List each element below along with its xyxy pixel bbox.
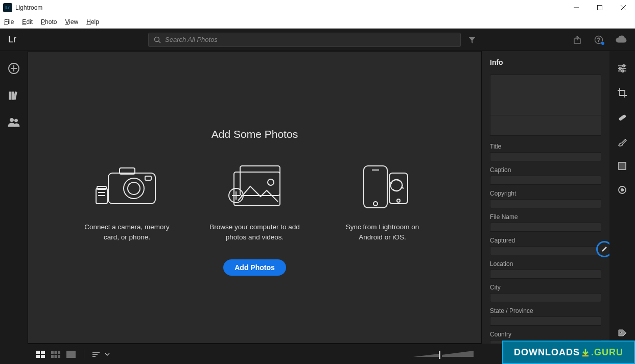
svg-point-4 <box>155 37 159 41</box>
svg-rect-43 <box>619 114 626 120</box>
linear-gradient-icon[interactable] <box>618 161 627 171</box>
add-photos-button[interactable]: Add Photos <box>223 259 286 276</box>
svg-rect-45 <box>619 162 626 169</box>
field-label-caption: Caption <box>490 166 601 174</box>
svg-point-19 <box>124 178 144 199</box>
field-input-filename[interactable] <box>490 223 601 232</box>
menu-view[interactable]: View <box>64 16 83 28</box>
thumbnail-size-slider[interactable] <box>413 350 475 359</box>
pencil-icon <box>601 246 608 253</box>
square-grid-view-icon[interactable] <box>50 350 61 358</box>
svg-rect-59 <box>66 351 76 358</box>
svg-rect-51 <box>36 355 40 358</box>
sort-button[interactable] <box>91 351 110 358</box>
field-input-city[interactable] <box>490 293 601 302</box>
menu-edit[interactable]: Edit <box>21 16 38 28</box>
svg-rect-13 <box>12 92 14 100</box>
card-sync-mobile: Sync from Lightroom on Android or iOS. <box>334 159 431 242</box>
menu-file[interactable]: File <box>3 16 19 28</box>
left-sidebar <box>0 51 28 344</box>
field-label-city: City <box>490 284 601 291</box>
menu-photo[interactable]: Photo <box>40 16 62 28</box>
edit-tools-rail <box>609 51 635 344</box>
chevron-down-icon <box>105 352 110 356</box>
window-title: Lightroom <box>15 4 42 11</box>
field-input-state[interactable] <box>490 317 601 326</box>
svg-point-16 <box>15 119 18 122</box>
field-input-caption[interactable] <box>490 176 601 185</box>
watermark-badge: DOWNLOADS .GURU <box>502 341 635 364</box>
field-label-copyright: Copyright <box>490 190 601 197</box>
info-panel-header: Info <box>490 58 601 66</box>
app-icon: Lr <box>3 3 12 12</box>
brush-icon[interactable] <box>617 137 627 147</box>
svg-rect-12 <box>9 92 11 100</box>
svg-rect-53 <box>51 351 54 354</box>
app-topbar: Lr Search All Photos ? <box>0 29 635 51</box>
phone-sync-icon <box>349 159 416 215</box>
svg-rect-14 <box>14 92 17 100</box>
svg-point-20 <box>128 182 140 195</box>
svg-rect-49 <box>36 351 40 354</box>
library-icon[interactable] <box>8 90 19 101</box>
cloud-sync-icon[interactable] <box>616 35 627 44</box>
svg-rect-58 <box>58 355 60 358</box>
svg-rect-64 <box>439 351 440 359</box>
edit-sliders-icon[interactable] <box>617 63 627 74</box>
card-connect-device: Connect a camera, memory card, or phone. <box>79 159 176 242</box>
svg-rect-57 <box>55 355 57 358</box>
field-input-copyright[interactable] <box>490 199 601 208</box>
field-label-title: Title <box>490 143 601 150</box>
single-view-icon[interactable] <box>65 350 77 358</box>
close-button[interactable] <box>612 0 635 15</box>
grid-view-icon[interactable] <box>35 350 46 358</box>
info-preview-thumbnail <box>490 75 601 136</box>
card-browse-computer: Browse your computer to add photos and v… <box>206 159 303 242</box>
keywords-tag-icon[interactable] <box>617 328 627 338</box>
add-photos-icon[interactable] <box>8 62 20 75</box>
bottom-toolbar <box>28 344 482 364</box>
search-icon <box>154 36 161 43</box>
svg-rect-55 <box>58 351 60 354</box>
svg-point-48 <box>620 332 621 333</box>
field-label-state: State / Province <box>490 307 601 314</box>
lightroom-logo: Lr <box>8 34 16 45</box>
menu-help[interactable]: Help <box>85 16 104 28</box>
camera-icon <box>94 159 160 215</box>
svg-marker-65 <box>442 351 474 357</box>
edit-info-highlight-button[interactable] <box>596 241 609 257</box>
filter-button[interactable] <box>463 36 481 44</box>
info-panel: Info Title Caption Copyright File Name C… <box>482 51 609 344</box>
download-arrow-icon <box>581 348 590 357</box>
share-icon[interactable] <box>573 35 582 44</box>
svg-rect-50 <box>41 351 45 354</box>
field-label-captured: Captured <box>490 237 601 244</box>
svg-rect-52 <box>41 355 45 358</box>
search-input[interactable]: Search All Photos <box>148 33 461 47</box>
svg-rect-54 <box>55 351 57 354</box>
help-icon[interactable]: ? <box>594 35 603 44</box>
svg-point-36 <box>397 199 400 202</box>
svg-point-34 <box>373 202 378 206</box>
main-heading: Add Some Photos <box>211 128 298 140</box>
svg-point-47 <box>621 188 624 191</box>
photos-folder-icon <box>222 159 288 215</box>
window-titlebar: Lr Lightroom <box>0 0 635 15</box>
field-input-title[interactable] <box>490 152 601 161</box>
svg-point-15 <box>10 118 14 122</box>
maximize-button[interactable] <box>588 0 612 15</box>
people-icon[interactable] <box>8 116 20 128</box>
field-input-location[interactable] <box>490 270 601 279</box>
field-label-filename: File Name <box>490 213 601 221</box>
svg-rect-56 <box>51 355 54 358</box>
healing-brush-icon[interactable] <box>617 112 627 123</box>
svg-line-5 <box>159 41 161 43</box>
radial-gradient-icon[interactable] <box>617 185 627 195</box>
svg-rect-1 <box>598 6 602 10</box>
crop-icon[interactable] <box>617 88 627 98</box>
field-input-captured[interactable] <box>490 246 601 255</box>
minimize-button[interactable] <box>565 0 588 15</box>
svg-rect-17 <box>108 173 155 204</box>
card-text: Connect a camera, memory card, or phone. <box>79 222 176 242</box>
main-content: Add Some Photos Conne <box>28 51 482 344</box>
